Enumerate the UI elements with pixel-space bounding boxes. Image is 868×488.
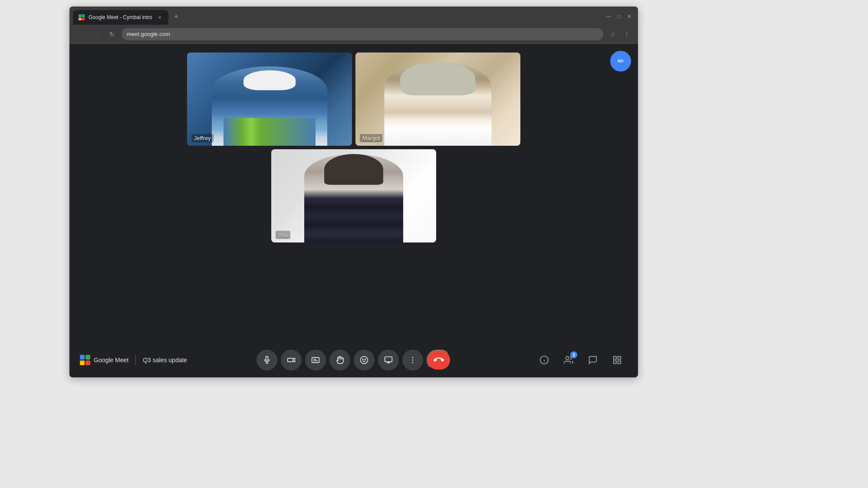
jeffrey-vest	[224, 118, 316, 146]
participant-tile-margot[interactable]: Margot	[355, 52, 520, 146]
bottom-video-row: You	[271, 149, 436, 242]
participant-tile-jeffrey[interactable]: Jeffrey	[187, 52, 352, 146]
meet-content-area: ✏ Jeffrey	[69, 44, 638, 377]
svg-point-13	[412, 360, 414, 361]
participant-video-you	[271, 149, 436, 242]
you-figure	[304, 154, 403, 242]
top-video-row: Jeffrey Margot	[187, 52, 520, 146]
address-bar[interactable]	[122, 28, 603, 40]
info-button[interactable]	[534, 350, 555, 370]
video-grid: Jeffrey Margot	[78, 52, 629, 242]
svg-point-9	[365, 359, 366, 360]
end-call-button[interactable]	[427, 350, 451, 370]
nav-icons: ☆ ⋮	[607, 28, 633, 40]
toolbar-divider	[135, 355, 136, 365]
tab-title: Google Meet - Cymbal intro	[89, 14, 153, 20]
meet-logo-text: Google Meet	[94, 357, 128, 364]
close-button[interactable]: ✕	[626, 13, 633, 20]
participant-video-jeffrey	[187, 52, 352, 146]
tab-bar: Google Meet - Cymbal intro ✕ +	[73, 10, 605, 25]
edit-button[interactable]: ✏	[610, 51, 631, 72]
svg-point-8	[363, 359, 364, 360]
jeffrey-figure	[212, 66, 327, 146]
participant-video-margot	[355, 52, 520, 146]
margot-figure	[385, 62, 492, 146]
bookmark-button[interactable]: ☆	[607, 28, 619, 40]
svg-rect-0	[266, 357, 268, 360]
new-tab-button[interactable]: +	[170, 10, 182, 23]
toolbar-right-section: 3	[534, 350, 628, 370]
participant-name-jeffrey: Jeffrey	[191, 134, 214, 142]
browser-menu-icon: ⋮	[624, 31, 630, 38]
participant-tile-you[interactable]: You	[271, 149, 436, 242]
captions-button[interactable]	[305, 350, 326, 370]
meeting-name: Q3 sales update	[143, 357, 187, 364]
svg-point-7	[361, 357, 368, 364]
tab-close-button[interactable]: ✕	[156, 14, 163, 21]
url-input[interactable]	[127, 31, 598, 37]
browser-navbar: ← → ↻ ☆ ⋮	[69, 25, 638, 44]
svg-rect-19	[614, 357, 616, 359]
present-button[interactable]	[378, 350, 399, 370]
forward-icon: →	[93, 31, 99, 38]
maximize-button[interactable]: □	[615, 13, 622, 20]
mic-button[interactable]	[256, 350, 277, 370]
toolbar-center-controls	[256, 350, 451, 370]
participant-name-you: You	[276, 231, 290, 239]
meet-logo-icon	[80, 355, 90, 365]
forward-button[interactable]: →	[90, 28, 102, 40]
svg-rect-4	[312, 357, 319, 363]
refresh-icon: ↻	[109, 31, 115, 38]
back-icon: ←	[78, 31, 84, 38]
meet-logo-group: Google Meet	[80, 355, 128, 365]
jeffrey-helmet	[243, 70, 296, 90]
participant-name-margot: Margot	[360, 134, 382, 142]
svg-rect-20	[618, 357, 621, 359]
camera-button[interactable]	[281, 350, 302, 370]
activities-button[interactable]	[607, 350, 628, 370]
margot-hair	[401, 62, 476, 95]
you-hair	[324, 154, 384, 185]
meet-favicon-icon	[79, 14, 85, 20]
chat-button[interactable]	[582, 350, 603, 370]
edit-pencil-icon: ✏	[618, 56, 624, 66]
browser-menu-button[interactable]: ⋮	[621, 28, 633, 40]
browser-window: Google Meet - Cymbal intro ✕ + — □ ✕ ← →…	[69, 7, 638, 377]
svg-rect-21	[614, 361, 616, 364]
back-button[interactable]: ←	[75, 28, 87, 40]
people-button[interactable]: 3	[558, 350, 579, 370]
svg-point-14	[412, 362, 414, 364]
window-controls: — □ ✕	[605, 10, 635, 25]
active-tab[interactable]: Google Meet - Cymbal intro ✕	[73, 10, 168, 25]
svg-rect-22	[618, 361, 621, 364]
people-count-badge: 3	[570, 351, 577, 358]
minimize-button[interactable]: —	[605, 13, 612, 20]
browser-titlebar: Google Meet - Cymbal intro ✕ + — □ ✕	[69, 7, 638, 25]
refresh-button[interactable]: ↻	[106, 28, 118, 40]
emoji-button[interactable]	[354, 350, 375, 370]
more-options-button[interactable]	[402, 350, 423, 370]
raise-hand-button[interactable]	[329, 350, 350, 370]
tab-favicon	[78, 14, 85, 21]
svg-rect-3	[288, 358, 293, 362]
svg-point-12	[412, 357, 414, 358]
svg-point-18	[566, 357, 569, 360]
meet-toolbar: Google Meet Q3 sales update	[69, 343, 638, 377]
svg-rect-10	[385, 357, 392, 362]
bookmark-icon: ☆	[610, 31, 616, 38]
desktop-background: Google Meet - Cymbal intro ✕ + — □ ✕ ← →…	[0, 0, 868, 488]
